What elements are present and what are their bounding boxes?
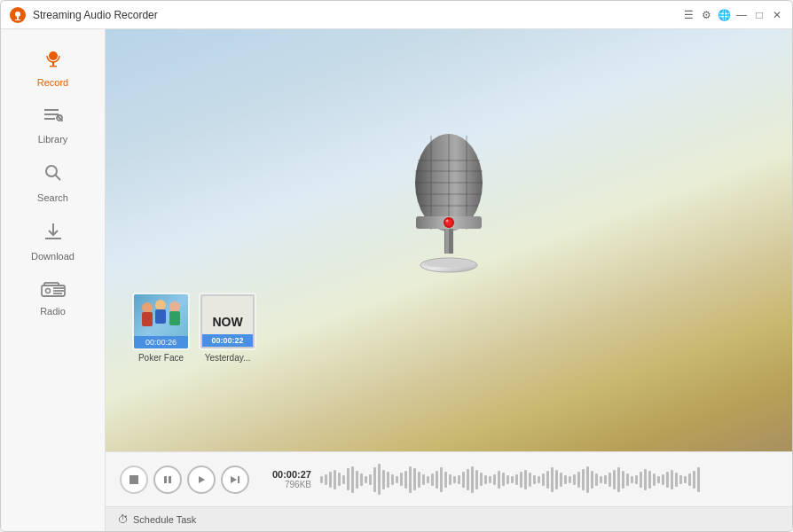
track-time-poker-face: 00:00:26 <box>134 336 188 348</box>
sidebar-search-label: Search <box>37 192 68 203</box>
wave-bar <box>480 473 483 486</box>
wave-bar <box>653 473 656 486</box>
wave-bar <box>360 473 363 486</box>
wave-bar <box>329 472 332 488</box>
wave-bar <box>626 473 629 486</box>
schedule-bar[interactable]: ⏱ Schedule Task <box>106 506 792 531</box>
wave-bar <box>577 472 580 488</box>
tracks-area: 00:00:26 Poker Face NOW 00:00:22 Yesterd… <box>114 284 274 372</box>
wave-bar <box>502 473 505 486</box>
sidebar-item-search[interactable]: Search <box>1 153 105 212</box>
wave-bar <box>338 473 341 486</box>
pause-button[interactable] <box>153 466 182 494</box>
wave-bar <box>520 472 522 488</box>
wave-bar <box>697 467 700 492</box>
wave-bar <box>493 474 496 485</box>
svg-point-3 <box>49 51 58 60</box>
wave-bar <box>449 474 451 485</box>
svg-rect-2 <box>15 20 20 20</box>
track-name-poker-face: Poker Face <box>138 353 184 363</box>
wave-bar <box>529 473 531 487</box>
wave-bar <box>458 475 460 484</box>
svg-rect-50 <box>238 476 239 483</box>
sidebar: Record Library <box>1 29 106 531</box>
sidebar-record-label: Record <box>37 77 68 88</box>
player-time: 00:00:27 <box>272 469 311 480</box>
svg-point-33 <box>446 220 449 223</box>
wave-bar <box>569 476 571 483</box>
svg-rect-42 <box>155 309 166 324</box>
wave-bar <box>404 471 407 489</box>
wave-bar <box>586 466 589 493</box>
wave-bar <box>600 476 602 483</box>
play-button[interactable] <box>187 466 216 494</box>
menu-icon[interactable]: ☰ <box>682 9 695 21</box>
track-card-poker-face[interactable]: 00:00:26 Poker Face <box>132 293 190 363</box>
svg-point-41 <box>155 300 166 310</box>
track-name-yesterday: Yesterday... <box>205 353 251 363</box>
sidebar-item-download[interactable]: Download <box>1 212 105 270</box>
wave-bar <box>688 473 691 486</box>
wave-bar <box>400 473 403 486</box>
svg-point-0 <box>15 12 20 17</box>
background-area: 00:00:26 Poker Face NOW 00:00:22 Yesterd… <box>106 29 792 451</box>
wave-bar <box>320 476 323 483</box>
wave-bar <box>440 467 443 492</box>
maximize-button[interactable]: □ <box>753 9 766 21</box>
wave-bar <box>657 476 660 483</box>
wave-bar <box>378 464 381 495</box>
svg-rect-5 <box>50 66 57 67</box>
wave-bar <box>382 470 385 489</box>
wave-bar <box>693 471 695 489</box>
wave-bar <box>635 475 638 484</box>
settings-icon[interactable]: ⚙ <box>700 9 712 21</box>
microphone-area <box>106 29 792 451</box>
wave-bar <box>608 473 611 487</box>
wave-bar <box>484 475 487 484</box>
wave-bar <box>551 467 554 492</box>
wave-bar <box>648 471 651 489</box>
wave-bar <box>391 474 394 485</box>
wave-bar <box>396 476 398 483</box>
globe-icon[interactable]: 🌐 <box>718 9 730 21</box>
stop-button[interactable] <box>120 466 148 494</box>
wave-bar <box>489 476 491 483</box>
wave-bar <box>555 470 558 489</box>
wave-bar <box>591 471 593 489</box>
sidebar-item-radio[interactable]: Radio <box>1 270 105 325</box>
sidebar-item-library[interactable]: Library <box>1 97 105 153</box>
wave-bar <box>640 472 642 488</box>
wave-bar <box>334 470 336 489</box>
svg-point-39 <box>142 302 153 313</box>
wave-bar <box>631 476 633 483</box>
wave-bar <box>604 475 607 484</box>
wave-bar <box>573 474 576 485</box>
wave-bar <box>675 473 678 487</box>
wave-bar <box>564 475 567 484</box>
track-card-yesterday[interactable]: NOW 00:00:22 Yesterday... <box>199 293 256 363</box>
library-icon <box>43 106 64 130</box>
wave-bar <box>373 467 376 492</box>
wave-bar <box>538 476 540 483</box>
next-button[interactable] <box>221 466 249 494</box>
player-info: 00:00:27 796KB <box>258 469 311 489</box>
wave-bar <box>342 475 345 484</box>
wave-bar <box>498 471 500 489</box>
radio-icon <box>41 279 66 302</box>
search-icon <box>43 162 64 189</box>
svg-rect-35 <box>445 229 449 254</box>
wave-bar <box>666 472 669 488</box>
svg-line-11 <box>55 176 60 181</box>
wave-bar <box>613 470 616 489</box>
wave-bar <box>325 474 327 485</box>
svg-point-10 <box>46 166 57 176</box>
minimize-button[interactable]: — <box>735 9 748 21</box>
wave-bar <box>422 474 425 485</box>
svg-point-38 <box>424 259 474 268</box>
close-button[interactable]: ✕ <box>771 9 783 21</box>
sidebar-item-record[interactable]: Record <box>1 38 105 97</box>
main-area: Record Library <box>1 29 792 531</box>
player-bar: 00:00:27 796KB <box>106 451 792 506</box>
title-bar: Streaming Audio Recorder ☰ ⚙ 🌐 — □ ✕ <box>1 1 792 29</box>
wave-bar <box>475 470 478 489</box>
